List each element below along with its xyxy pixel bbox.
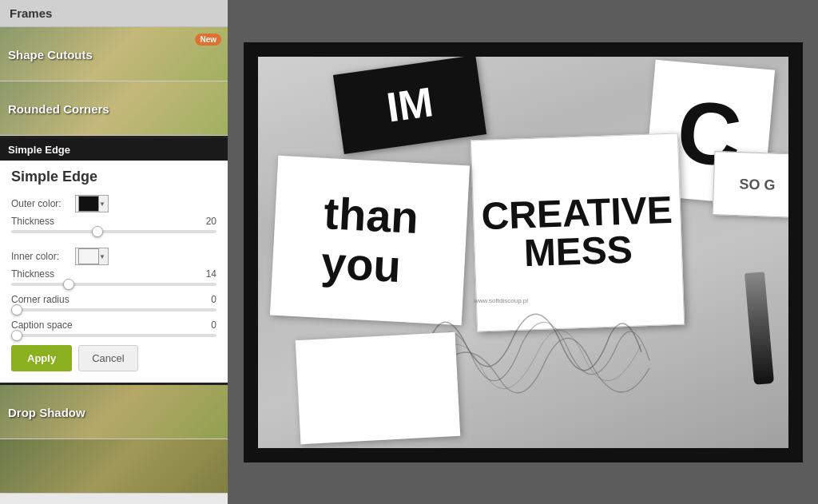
inner-color-label: Inner color: [11, 251, 75, 262]
outer-color-label: Outer color: [11, 198, 75, 209]
small-url-text: www.softdiscoup.pl [474, 297, 528, 304]
outer-color-picker[interactable]: ▼ [75, 195, 109, 212]
inner-thickness-row: Thickness 14 [11, 268, 216, 280]
sogo-text: SO G [739, 175, 776, 193]
new-badge: New [195, 34, 221, 46]
outer-thickness-row: Thickness 20 [11, 216, 216, 227]
apply-cancel-row: Apply Cancel [11, 345, 216, 371]
outer-thickness-label: Thickness [11, 216, 75, 227]
outer-thickness-value: 20 [201, 216, 216, 227]
inner-thickness-slider-row [11, 283, 216, 286]
apply-button[interactable]: Apply [11, 345, 72, 371]
sidebar: Frames Shape Cutouts New Rounded Corners… [0, 0, 228, 504]
inner-thickness-thumb[interactable] [63, 279, 74, 290]
inner-thickness-value: 14 [201, 268, 216, 280]
corner-radius-thumb[interactable] [11, 304, 22, 315]
caption-space-track[interactable] [11, 334, 216, 337]
main-content: IM C CREATIVEMESS thanyou SO G [228, 0, 818, 504]
sidebar-item-drop-shadow[interactable]: Drop Shadow [0, 385, 228, 439]
caption-space-thumb[interactable] [11, 330, 22, 341]
caption-space-label: Caption space [11, 319, 75, 331]
sidebar-item-shape-cutouts[interactable]: Shape Cutouts New [0, 27, 228, 81]
sogo-card: SO G [713, 151, 801, 218]
rounded-corners-label: Rounded Corners [0, 97, 228, 120]
inner-thickness-label: Thickness [11, 268, 75, 280]
simple-edge-item-label: Simple Edge [8, 144, 70, 156]
photo-frame: IM C CREATIVEMESS thanyou SO G [244, 42, 803, 462]
creative-text: CREATIVEMESS [481, 190, 674, 273]
im-text: IM [383, 77, 436, 131]
outer-thickness-thumb[interactable] [92, 226, 103, 237]
sidebar-title: Frames [0, 0, 228, 27]
thankyou-text: thanyou [320, 189, 420, 292]
corner-radius-track[interactable] [11, 308, 216, 312]
caption-space-value: 0 [201, 319, 216, 331]
outer-thickness-slider-row [11, 230, 216, 233]
corner-radius-label: Corner radius [11, 294, 75, 305]
inner-thickness-track[interactable] [11, 283, 216, 286]
caption-space-slider-row [11, 334, 216, 337]
inner-color-swatch [78, 248, 99, 264]
simple-edge-panel: Simple Edge Simple Edge Outer color: ▼ T… [0, 136, 228, 385]
shape-cutouts-label: Shape Cutouts [0, 42, 228, 65]
inner-color-row: Inner color: ▼ [11, 248, 216, 265]
sidebar-item-rounded-corners[interactable]: Rounded Corners [0, 81, 228, 136]
drop-shadow-label: Drop Shadow [0, 400, 228, 423]
photo-canvas: IM C CREATIVEMESS thanyou SO G [258, 57, 801, 448]
extra-bg [0, 439, 228, 493]
frames-list: Shape Cutouts New Rounded Corners Simple… [0, 27, 228, 504]
cancel-button[interactable]: Cancel [78, 345, 137, 371]
corner-radius-value: 0 [201, 294, 216, 305]
inner-color-arrow: ▼ [99, 253, 105, 260]
simple-edge-title: Simple Edge [11, 169, 216, 185]
inner-color-picker[interactable]: ▼ [75, 248, 109, 265]
caption-space-row: Caption space 0 [11, 319, 216, 331]
outer-color-row: Outer color: ▼ [11, 195, 216, 212]
outer-color-swatch [78, 196, 99, 212]
corner-radius-slider-row [11, 308, 216, 312]
sidebar-item-extra[interactable] [0, 439, 228, 494]
corner-radius-row: Corner radius 0 [11, 294, 216, 305]
outer-thickness-track[interactable] [11, 230, 216, 233]
bottom-card [296, 331, 461, 443]
outer-color-arrow: ▼ [99, 200, 105, 208]
